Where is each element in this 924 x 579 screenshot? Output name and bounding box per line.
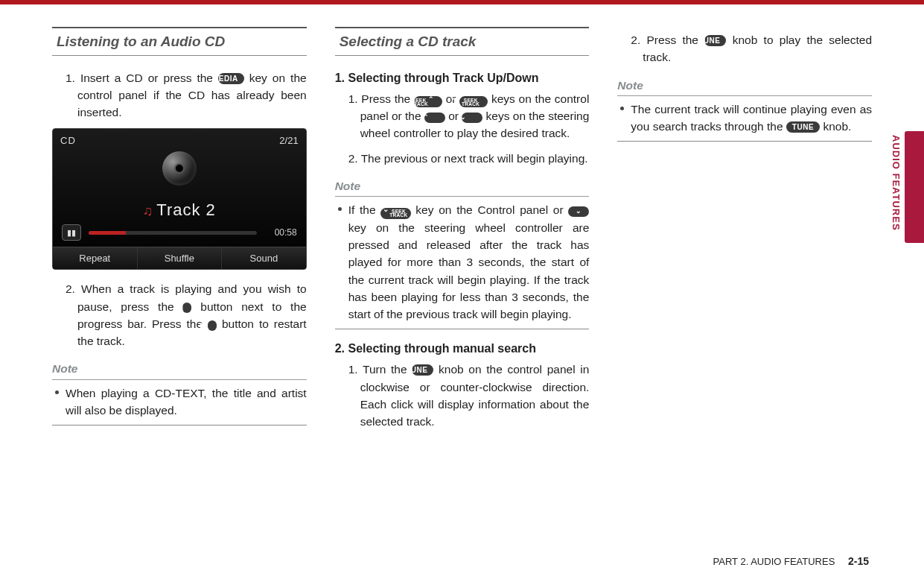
steering-up-icon: ⌃ [424,113,445,123]
seek-track-down-icon: SEEKTRACK [380,208,410,219]
screenshot-track-title: ♫Track 2 [53,197,306,222]
footer-part-label: PART 2. AUDIO FEATURES [713,556,835,567]
tune-knob-icon: TUNE [704,35,726,46]
media-key-icon: MEDIA [218,73,244,84]
col3-step2: 2. Press the TUNE knob to play the selec… [622,31,872,66]
col2-sec2-steps: 1. Turn the TUNE knob on the control pan… [335,361,590,430]
col1-step-2: 2. When a track is playing and you wish … [57,280,307,349]
pause-key-icon: ▮▮ [182,303,191,313]
steering-down-icon: ⌄ [462,113,482,123]
pause-button-icon: ▮▮ [62,224,81,241]
shuffle-button: Shuffle [138,247,223,269]
seek-track-up-icon: SEEKTRACK [414,96,442,107]
cd-player-screenshot: CD 2/21 ♫Track 2 ▮▮ 00:58 Repeat Shuffle… [52,128,307,270]
screenshot-bottom-buttons: Repeat Shuffle Sound [53,247,306,269]
heading-listening-cd: Listening to an Audio CD [52,27,307,56]
text-fragment: 2. Press the [631,34,704,46]
text-fragment: If the [348,203,381,216]
col1-steps-continued: 2. When a track is playing and you wish … [52,280,307,349]
screenshot-controls: ▮▮ 00:58 [62,224,297,241]
col2-note-item: If the SEEKTRACK key on the Control pane… [338,201,590,323]
col3-note-list: The current track will continue playing … [617,101,872,136]
heading-selecting-track: Selecting a CD track [335,27,590,56]
track-name-text: Track 2 [156,200,216,219]
col3-note-item: The current track will continue playing … [620,101,872,136]
elapsed-time: 00:58 [264,226,297,239]
note-label: Note [617,77,872,96]
screenshot-mode-label: CD [60,133,76,148]
seek-track-down-icon: SEEKTRACK [459,96,488,107]
music-note-icon: ♫ [143,203,154,218]
text-fragment: or [445,110,462,122]
progress-bar [89,231,257,235]
col2-sec2-step1: 1. Turn the TUNE knob on the control pan… [340,361,590,430]
side-thumb-tab [905,131,924,243]
col2-note-list: If the SEEKTRACK key on the Control pane… [335,201,590,323]
col1-note-item: When playing a CD-TEXT, the title and ar… [55,385,307,420]
section-divider [335,329,590,329]
col3-steps: 2. Press the TUNE knob to play the selec… [617,31,872,66]
subhead-track-updown: 1. Selecting through Track Up/Down [335,69,590,87]
text-fragment: knob. [820,120,851,133]
sound-button: Sound [222,247,306,269]
section-divider [617,141,872,142]
side-section-label: AUDIO FEATURES [890,135,902,231]
col1-note-list: When playing a CD-TEXT, the title and ar… [52,385,307,420]
col1-steps: 1. Insert a CD or press the MEDIA key on… [52,69,307,121]
text-fragment: key on the Control panel or [411,203,569,216]
subhead-manual-search: 2. Selecting through manual search [335,340,590,358]
note-label: Note [52,360,307,379]
tune-knob-icon: TUNE [786,121,820,133]
disc-icon [162,151,197,186]
three-column-layout: Listening to an Audio CD 1. Insert a CD … [52,27,872,437]
column-1: Listening to an Audio CD 1. Insert a CD … [52,27,307,437]
repeat-button: Repeat [53,247,138,269]
steering-down-icon: ⌄ [568,206,589,217]
text-fragment: 1. Press the [348,92,414,105]
footer-page-number: 2-15 [848,555,869,567]
column-3: 2. Press the TUNE knob to play the selec… [617,27,872,437]
page-body: Listening to an Audio CD 1. Insert a CD … [0,4,924,579]
column-2: Selecting a CD track 1. Selecting throug… [335,27,590,437]
play-key-icon: ▶ [208,320,217,331]
section-divider [52,425,307,425]
col2-sec1-step2: 2. The previous or next track will begin… [340,150,590,167]
note-label: Note [335,177,590,197]
text-fragment: 1. Insert a CD or press the [66,72,218,84]
screenshot-track-count: 2/21 [279,133,298,148]
tune-knob-icon: TUNE [412,364,433,376]
text-fragment: key on the steering wheel controller are… [348,221,590,320]
text-fragment: 1. Turn the [348,363,412,376]
col1-step-1: 1. Insert a CD or press the MEDIA key on… [57,69,307,121]
col2-sec1-steps: 1. Press the SEEKTRACK or SEEKTRACK keys… [335,90,590,167]
col2-sec1-step1: 1. Press the SEEKTRACK or SEEKTRACK keys… [340,90,590,142]
page-footer: PART 2. AUDIO FEATURES 2-15 [713,555,869,567]
